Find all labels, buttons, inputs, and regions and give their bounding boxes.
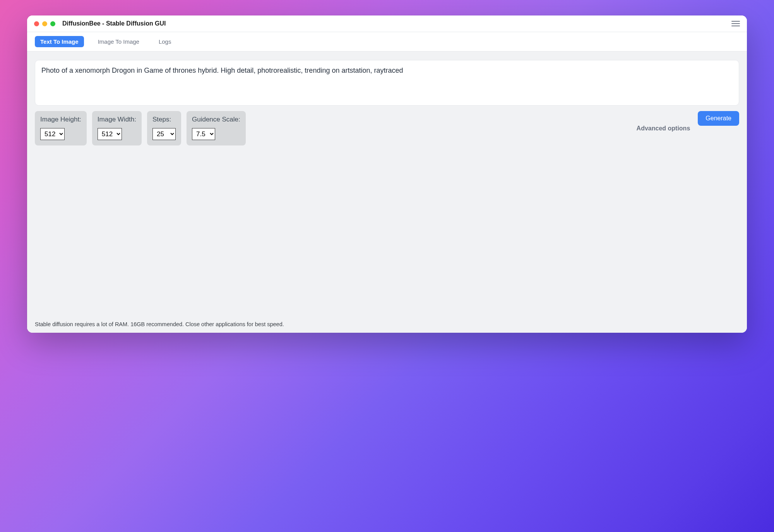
prompt-input[interactable]	[35, 60, 739, 106]
main-content: Image Height: 512 Image Width: 512 Steps…	[27, 51, 747, 333]
steps-label: Steps:	[152, 116, 176, 123]
image-width-label: Image Width:	[98, 116, 136, 123]
image-height-select[interactable]: 512	[40, 128, 65, 140]
steps-select[interactable]: 25	[152, 128, 176, 140]
traffic-lights	[34, 21, 55, 26]
guidance-scale-label: Guidence Scale:	[192, 116, 240, 123]
controls-row: Image Height: 512 Image Width: 512 Steps…	[35, 111, 739, 145]
option-steps: Steps: 25	[147, 111, 181, 145]
option-image-height: Image Height: 512	[35, 111, 87, 145]
menu-icon[interactable]	[731, 20, 740, 27]
close-window-button[interactable]	[34, 21, 39, 26]
footer-note: Stable diffusion requires a lot of RAM. …	[35, 317, 739, 327]
window-title: DiffusionBee - Stable Diffusion GUI	[62, 20, 731, 27]
tab-bar: Text To Image Image To Image Logs	[27, 32, 747, 51]
app-window: DiffusionBee - Stable Diffusion GUI Text…	[27, 15, 747, 333]
image-width-select[interactable]: 512	[98, 128, 122, 140]
advanced-options-link[interactable]: Advanced options	[637, 125, 690, 132]
tab-image-to-image[interactable]: Image To Image	[92, 36, 145, 47]
tab-logs[interactable]: Logs	[153, 36, 177, 47]
fullscreen-window-button[interactable]	[50, 21, 55, 26]
minimize-window-button[interactable]	[42, 21, 47, 26]
option-image-width: Image Width: 512	[92, 111, 142, 145]
titlebar: DiffusionBee - Stable Diffusion GUI	[27, 15, 747, 32]
tab-text-to-image[interactable]: Text To Image	[35, 36, 84, 47]
generate-button[interactable]: Generate	[698, 111, 739, 126]
option-guidance-scale: Guidence Scale: 7.5	[187, 111, 246, 145]
image-height-label: Image Height:	[40, 116, 81, 123]
guidance-scale-select[interactable]: 7.5	[192, 128, 215, 140]
